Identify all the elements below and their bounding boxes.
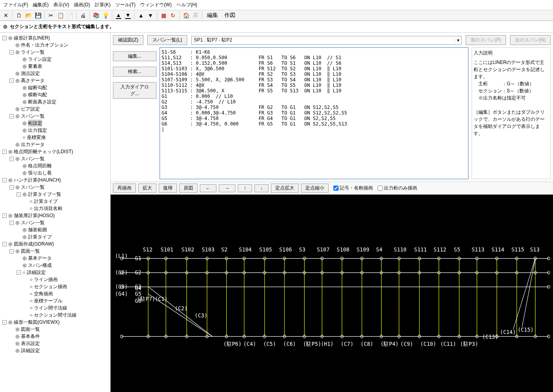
tree-pane[interactable]: -◎線形計算(LINER)◎件名・出力オプション-◎ライン一覧◎ライン設定◎要素… bbox=[0, 33, 111, 392]
paste-icon[interactable]: 📄 bbox=[66, 11, 74, 20]
zoom-in-button[interactable]: 拡大 bbox=[138, 184, 156, 193]
up-bar-icon[interactable]: ▲ bbox=[114, 11, 123, 20]
tree-item[interactable]: -◎舗装厚計算(HOSO) bbox=[2, 212, 109, 219]
search-button[interactable]: 検索... bbox=[113, 67, 156, 77]
bulb-icon[interactable]: 💡 bbox=[101, 11, 110, 20]
tree-item[interactable]: ◎基本条件 bbox=[2, 333, 109, 340]
tree-item[interactable]: ○交角描画 bbox=[2, 290, 109, 297]
tree-item[interactable]: ○セクション間寸法線 bbox=[2, 311, 109, 319]
tree-item[interactable]: ◎詳細設定 bbox=[2, 347, 109, 354]
edit-mode-button[interactable]: 編集 bbox=[204, 11, 221, 20]
tree-item[interactable]: ◎張り出し長 bbox=[2, 169, 109, 176]
checkbox[interactable] bbox=[333, 186, 339, 191]
tree-item[interactable]: -◎線形計算(LINER) bbox=[2, 34, 109, 41]
prev-span-button[interactable]: 前のスパン(P) bbox=[466, 35, 506, 45]
original-button[interactable]: 原図 bbox=[179, 184, 198, 193]
tree-item[interactable]: -◎スパン一覧 bbox=[2, 113, 109, 120]
print-icon[interactable]: 🖨 bbox=[79, 11, 87, 20]
tree-item[interactable]: ◎要素表 bbox=[2, 63, 109, 70]
expand-icon[interactable]: - bbox=[2, 242, 7, 246]
expand-icon[interactable]: - bbox=[2, 320, 7, 324]
span-combo[interactable]: SP1 : 駐P7 - 駐P2 ▾ bbox=[191, 36, 462, 45]
pan-left-button[interactable]: ← bbox=[200, 184, 216, 192]
menu-calc[interactable]: 計算(K) bbox=[95, 2, 111, 8]
fixed-zoom-out-button[interactable]: 定点縮小 bbox=[301, 184, 329, 193]
tree-item[interactable]: -○詳細設定 bbox=[2, 269, 109, 276]
tree-item[interactable]: ○座標テーブル bbox=[2, 297, 109, 304]
tree-item[interactable]: ◎断面高さ設定 bbox=[2, 98, 109, 105]
expand-icon[interactable]: - bbox=[9, 221, 14, 225]
drawing-canvas[interactable]: S12S101S102S103S2S104S105S106S3S107S108S… bbox=[111, 195, 553, 392]
redraw-button[interactable]: 再描画 bbox=[113, 184, 136, 193]
tree-item[interactable]: ◎格点間距離 bbox=[2, 162, 109, 169]
copy-icon[interactable]: 📋 bbox=[56, 11, 65, 20]
back-icon[interactable]: 戻 bbox=[191, 11, 200, 20]
tree-item[interactable]: -◎線形一般図(GVIEWX) bbox=[2, 319, 109, 326]
tree-item[interactable]: ◎舗装範囲 bbox=[2, 226, 109, 233]
chevron-down-icon[interactable]: ▾ bbox=[454, 38, 461, 43]
fixed-zoom-in-button[interactable]: 定点拡大 bbox=[271, 184, 299, 193]
tree-item[interactable]: -◎高さデータ bbox=[2, 77, 109, 84]
tree-item[interactable]: ○ライン間寸法線 bbox=[2, 304, 109, 311]
menu-edit[interactable]: 編集(E) bbox=[33, 2, 49, 8]
tree-item[interactable]: -◎図面一覧 bbox=[2, 248, 109, 255]
menu-window[interactable]: ウィンドウ(W) bbox=[140, 2, 171, 8]
expand-icon[interactable]: - bbox=[2, 214, 7, 218]
new-icon[interactable]: 🗋 bbox=[15, 11, 23, 20]
tree-item[interactable]: -◎ハンチ計算(HAUNCH) bbox=[2, 176, 109, 184]
tree-item[interactable]: ◎出力指定 bbox=[2, 127, 109, 134]
pan-down-button[interactable]: ↓ bbox=[254, 184, 269, 192]
refresh-icon[interactable]: ↻ bbox=[169, 11, 177, 20]
grid-icon[interactable]: ▦ bbox=[159, 11, 168, 20]
menu-view[interactable]: 表示(V) bbox=[53, 2, 69, 8]
tree-item[interactable]: -◎図面作成(GDRAW) bbox=[2, 240, 109, 248]
expand-icon[interactable]: - bbox=[2, 150, 7, 154]
code-editor[interactable] bbox=[160, 47, 468, 179]
tree-item[interactable]: -◎スパン一覧 bbox=[2, 184, 109, 191]
tree-item[interactable]: -◎格点間距離チェック(LDIST) bbox=[2, 148, 109, 155]
checkbox[interactable] bbox=[378, 186, 383, 191]
expand-icon[interactable]: - bbox=[9, 50, 14, 54]
confirm-view-button[interactable]: 確認図(Z) bbox=[113, 35, 143, 45]
tree-item[interactable]: ○ライン描画 bbox=[2, 276, 109, 283]
tree-item[interactable]: ○セクション描画 bbox=[2, 283, 109, 290]
pan-up-button[interactable]: ↑ bbox=[238, 184, 252, 192]
expand-icon[interactable]: - bbox=[9, 79, 14, 83]
menu-help[interactable]: ヘルプ(H) bbox=[177, 2, 198, 8]
tree-item[interactable]: ○座標変換 bbox=[2, 134, 109, 141]
expand-icon[interactable]: - bbox=[17, 192, 21, 197]
expand-icon[interactable]: - bbox=[9, 114, 14, 118]
book-icon[interactable]: 📚 bbox=[92, 11, 100, 20]
input-dialog-button[interactable]: 入力ダイアログ... bbox=[113, 82, 156, 99]
tree-item[interactable]: ◎ピア設定 bbox=[2, 105, 109, 113]
pan-right-button[interactable]: → bbox=[219, 184, 235, 192]
save-icon[interactable]: 💾 bbox=[34, 11, 42, 20]
menu-tool[interactable]: ツール(T) bbox=[115, 2, 135, 8]
expand-icon[interactable]: - bbox=[2, 36, 7, 40]
tree-item[interactable]: ◎図面一覧 bbox=[2, 326, 109, 333]
tree-item[interactable]: ◎ライン設定 bbox=[2, 56, 109, 63]
restore-button[interactable]: 復帰 bbox=[159, 184, 177, 193]
down-icon[interactable]: ▼ bbox=[146, 11, 155, 20]
menu-file[interactable]: ファイル(F) bbox=[3, 2, 28, 8]
menu-draw[interactable]: 描画(D) bbox=[74, 2, 90, 8]
tree-item[interactable]: ◎基本データ bbox=[2, 255, 109, 262]
tree-item[interactable]: ◎スパン構成 bbox=[2, 262, 109, 269]
symbol-name-checkbox[interactable]: 記号・名称描画 bbox=[333, 185, 373, 191]
draw-mode-button[interactable]: 作図 bbox=[222, 11, 238, 20]
tree-item[interactable]: ◎表示設定 bbox=[2, 340, 109, 347]
up-icon[interactable]: ▲ bbox=[137, 11, 145, 20]
tree-item[interactable]: ◎件名・出力オプション bbox=[2, 41, 109, 49]
tree-item[interactable]: ○出力項目名称 bbox=[2, 205, 109, 212]
tree-item[interactable]: ◎測点設定 bbox=[2, 70, 109, 77]
next-span-button[interactable]: 次のスパン(N) bbox=[510, 35, 551, 45]
tree-item[interactable]: ◎横断勾配 bbox=[2, 91, 109, 98]
home-icon[interactable]: 🏠 bbox=[182, 11, 190, 20]
edit-button[interactable]: 編集... bbox=[113, 51, 156, 61]
down-bar-icon[interactable]: ▼ bbox=[124, 11, 132, 20]
tree-item[interactable]: ◎縦断勾配 bbox=[2, 84, 109, 91]
cut-icon[interactable]: ✂ bbox=[47, 11, 55, 20]
tree-item[interactable]: ◎計算タイプ bbox=[2, 233, 109, 240]
span-list-button[interactable]: スパン一覧(L) bbox=[147, 35, 187, 45]
open-icon[interactable]: 📂 bbox=[24, 11, 33, 20]
